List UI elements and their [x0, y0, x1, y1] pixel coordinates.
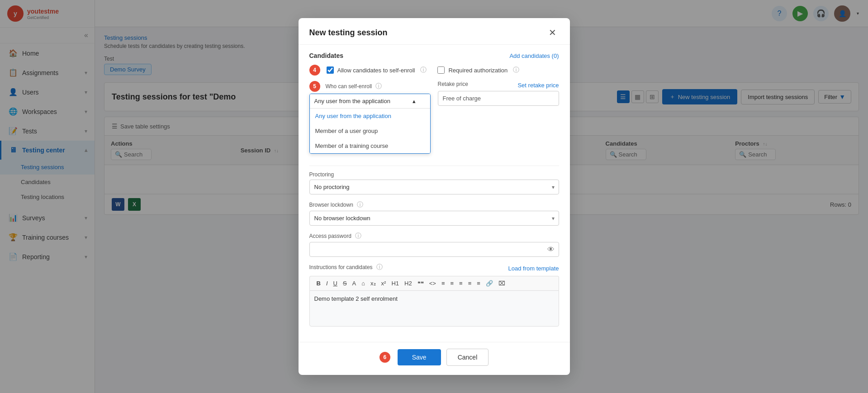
- info-icon: ⓘ: [513, 66, 519, 74]
- bold-button[interactable]: B: [314, 279, 323, 288]
- blockquote-button[interactable]: ❝❝: [415, 279, 426, 288]
- access-password-input[interactable]: [309, 242, 559, 257]
- dropdown-option-user-group[interactable]: Member of a user group: [310, 123, 430, 138]
- browser-lockdown-select-wrapper: No browser lockdown ▾: [309, 211, 559, 226]
- editor-toolbar: B I U S A ⌂ x₂ x² H1 H2 ❝❝ <> ≡ ≡ ≡ ≡ ≡: [309, 276, 559, 290]
- subscript-button[interactable]: x₂: [368, 279, 378, 288]
- modal-close-button[interactable]: ✕: [546, 26, 559, 39]
- modal-overlay[interactable]: New testing session ✕ Candidates Add can…: [0, 0, 868, 393]
- dropdown-option-any[interactable]: Any user from the application: [310, 109, 430, 123]
- instructions-header: Instructions for candidates ⓘ Load from …: [309, 263, 559, 273]
- access-password-group: Access password ⓘ 👁: [309, 232, 559, 257]
- browser-lockdown-group: Browser lockdown ⓘ No browser lockdown ▾: [309, 201, 559, 226]
- step6-badge: 6: [379, 352, 390, 363]
- clear-button[interactable]: ⌧: [496, 279, 508, 288]
- outdent-button[interactable]: ≡: [466, 279, 474, 288]
- access-password-label: Access password ⓘ: [309, 232, 559, 240]
- step4-row: 4 Allow candidates to self-enroll ⓘ Requ…: [309, 65, 559, 76]
- dropdown-header-value[interactable]: Any user from the application ▴: [310, 94, 430, 109]
- set-retake-price-button[interactable]: Set retake price: [517, 82, 559, 89]
- info-icon: ⓘ: [420, 66, 427, 74]
- ul-button[interactable]: ≡: [448, 279, 456, 288]
- candidates-section-title: Candidates: [309, 52, 343, 59]
- divider: [309, 166, 559, 166]
- highlight-button[interactable]: ⌂: [359, 279, 367, 288]
- instructions-label: Instructions for candidates ⓘ: [309, 263, 383, 271]
- load-from-template-button[interactable]: Load from template: [508, 265, 559, 272]
- browser-lockdown-label: Browser lockdown ⓘ: [309, 201, 559, 209]
- proctoring-select[interactable]: No proctoring: [309, 180, 559, 194]
- modal-footer: 6 Save Cancel: [299, 342, 570, 375]
- required-auth-checkbox[interactable]: [437, 66, 445, 74]
- step4-badge: 4: [309, 65, 320, 76]
- modal-title: New testing session: [309, 28, 388, 38]
- step5-row: 5 Who can self-enroll ⓘ Any user from th…: [309, 81, 559, 160]
- dropdown-options: Any user from the application Member of …: [310, 109, 430, 153]
- retake-price-label: Retake price: [438, 81, 468, 87]
- allow-self-enroll-checkbox[interactable]: [327, 66, 334, 74]
- candidates-section-header: Candidates Add candidates (0): [309, 52, 559, 59]
- underline-button[interactable]: U: [331, 279, 340, 288]
- ol-button[interactable]: ≡: [439, 279, 447, 288]
- align-button[interactable]: ≡: [474, 279, 483, 288]
- info-icon: ⓘ: [355, 232, 361, 240]
- cancel-button[interactable]: Cancel: [446, 349, 489, 366]
- new-testing-session-modal: New testing session ✕ Candidates Add can…: [299, 18, 570, 375]
- allow-self-enroll-label[interactable]: Allow candidates to self-enroll ⓘ: [327, 66, 427, 74]
- color-button[interactable]: A: [350, 279, 359, 288]
- step5-badge: 5: [309, 81, 320, 92]
- who-can-enroll-dropdown[interactable]: Any user from the application ▴ Any user…: [309, 94, 431, 154]
- strikethrough-button[interactable]: S: [341, 279, 349, 288]
- instructions-editor[interactable]: Demo template 2 self enrolment: [309, 290, 559, 327]
- code-button[interactable]: <>: [427, 279, 438, 288]
- superscript-button[interactable]: x²: [379, 279, 389, 288]
- show-password-icon[interactable]: 👁: [547, 246, 555, 254]
- add-candidates-button[interactable]: Add candidates (0): [509, 52, 559, 59]
- h1-button[interactable]: H1: [389, 279, 401, 288]
- info-icon: ⓘ: [375, 82, 382, 90]
- retake-price-value: Free of charge: [438, 91, 559, 106]
- h2-button[interactable]: H2: [402, 279, 414, 288]
- save-button[interactable]: Save: [398, 349, 441, 365]
- access-password-input-wrapper: 👁: [309, 242, 559, 257]
- proctoring-label: Proctoring: [309, 171, 559, 178]
- browser-lockdown-select[interactable]: No browser lockdown: [309, 211, 559, 226]
- retake-price-group: Retake price Set retake price Free of ch…: [438, 81, 559, 154]
- info-icon: ⓘ: [376, 263, 383, 271]
- required-auth-label[interactable]: Required authorization ⓘ: [437, 66, 519, 74]
- italic-button[interactable]: I: [324, 279, 330, 288]
- chevron-up-icon: ▴: [413, 98, 416, 104]
- link-button[interactable]: 🔗: [484, 279, 495, 288]
- indent-button[interactable]: ≡: [457, 279, 465, 288]
- instructions-section: Instructions for candidates ⓘ Load from …: [309, 263, 559, 327]
- dropdown-option-training-course[interactable]: Member of a training course: [310, 138, 430, 153]
- info-icon: ⓘ: [357, 201, 363, 209]
- modal-header: New testing session ✕: [299, 18, 570, 45]
- proctoring-select-wrapper: No proctoring ▾: [309, 180, 559, 194]
- who-can-enroll-label: 5 Who can self-enroll ⓘ: [309, 81, 431, 92]
- proctoring-group: Proctoring No proctoring ▾: [309, 171, 559, 194]
- modal-body: Candidates Add candidates (0) 4 Allow ca…: [299, 45, 570, 342]
- who-can-enroll-group: 5 Who can self-enroll ⓘ Any user from th…: [309, 81, 431, 154]
